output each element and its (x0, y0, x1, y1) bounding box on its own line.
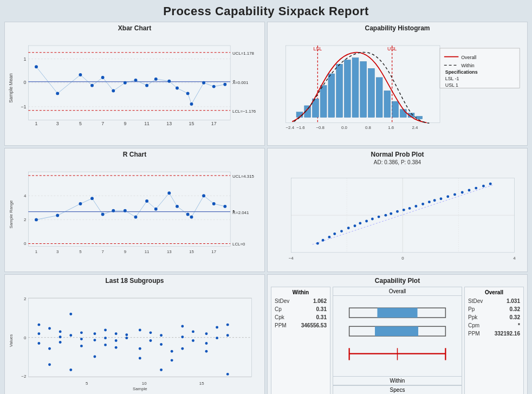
svg-point-178 (80, 338, 83, 340)
capplot-middle: Overall With (333, 287, 462, 394)
svg-point-205 (192, 339, 194, 342)
subgroups-svg: 2 0 −2 Values 5 10 15 Sample (7, 286, 262, 394)
svg-point-128 (354, 224, 356, 227)
histogram-svg: LSL USL (270, 33, 525, 143)
svg-point-208 (205, 350, 208, 353)
svg-text:USL: USL (387, 46, 397, 51)
xbar-svg: 1 0 −1 Sample Mean 1 3 5 7 9 11 13 15 17 (7, 33, 262, 143)
svg-text:0.8: 0.8 (365, 125, 372, 130)
capplot-bars-svg (333, 296, 462, 376)
svg-point-111 (212, 202, 216, 205)
svg-point-124 (328, 236, 330, 238)
svg-point-36 (223, 83, 226, 86)
within-label: Within (333, 376, 462, 385)
svg-point-195 (149, 339, 152, 342)
svg-point-140 (428, 201, 431, 203)
svg-point-97 (56, 214, 59, 217)
svg-text:0.0: 0.0 (341, 125, 348, 130)
svg-point-105 (154, 208, 158, 211)
overall-cpm-row: Cpm * (468, 321, 520, 330)
probplot-subtitle: AD: 0.386, P: 0.384 (270, 159, 525, 165)
svg-point-137 (408, 207, 411, 210)
svg-rect-52 (352, 58, 359, 118)
svg-point-175 (69, 334, 72, 337)
svg-point-31 (176, 87, 179, 90)
subgroups-title: Last 18 Subgroups (7, 277, 262, 285)
svg-point-190 (125, 337, 128, 339)
svg-text:11: 11 (145, 249, 150, 254)
svg-text:0: 0 (401, 256, 404, 261)
svg-text:Within: Within (461, 63, 475, 68)
svg-point-139 (421, 203, 424, 205)
svg-point-169 (48, 347, 51, 350)
svg-text:X̄=0.001: X̄=0.001 (232, 80, 248, 85)
svg-text:−2.4: −2.4 (286, 125, 295, 130)
svg-point-210 (216, 337, 218, 339)
svg-text:15: 15 (189, 121, 194, 126)
svg-point-182 (93, 356, 96, 358)
svg-point-192 (139, 347, 141, 350)
svg-point-198 (160, 369, 163, 371)
probplot-chart-area: −4 0 4 (270, 166, 525, 269)
subgroups-panel: Last 18 Subgroups 2 0 −2 Values 5 10 (4, 274, 265, 394)
svg-point-27 (134, 79, 138, 82)
svg-point-166 (37, 333, 40, 335)
svg-text:Overall: Overall (461, 55, 476, 60)
xbar-chart-panel: Xbar Chart 1 0 (4, 22, 265, 146)
histogram-title: Capability Histogram (270, 24, 525, 32)
svg-point-110 (202, 194, 205, 197)
histogram-chart-area: LSL USL (270, 33, 525, 143)
svg-point-138 (414, 205, 417, 208)
svg-text:−2: −2 (21, 374, 26, 379)
within-cp-row: Cp 0.31 (275, 305, 327, 313)
svg-point-24 (101, 76, 105, 79)
svg-text:Sample Mean: Sample Mean (8, 73, 14, 103)
svg-text:15: 15 (189, 249, 194, 254)
svg-point-181 (93, 339, 96, 341)
svg-point-203 (181, 347, 184, 350)
xbar-chart-area: 1 0 −1 Sample Mean 1 3 5 7 9 11 13 15 17 (7, 33, 262, 143)
svg-text:LCL=0: LCL=0 (232, 242, 245, 247)
svg-point-212 (226, 334, 229, 337)
svg-point-187 (115, 339, 118, 342)
histogram-panel: Capability Histogram LSL USL (267, 22, 528, 146)
overall-ppk-row: Ppk 0.32 (468, 313, 520, 321)
svg-text:−1.6: −1.6 (296, 125, 305, 130)
svg-point-141 (433, 199, 436, 202)
svg-point-103 (134, 216, 138, 219)
svg-text:2.4: 2.4 (412, 125, 418, 130)
svg-point-135 (396, 210, 399, 213)
svg-rect-51 (344, 60, 351, 118)
svg-text:0: 0 (23, 80, 26, 85)
svg-text:Specifications: Specifications (445, 69, 478, 75)
svg-point-32 (186, 92, 190, 95)
svg-rect-58 (400, 109, 406, 118)
svg-point-29 (154, 77, 158, 81)
svg-point-197 (160, 343, 163, 346)
svg-text:5: 5 (79, 121, 82, 126)
svg-point-104 (145, 199, 148, 203)
svg-point-207 (205, 342, 208, 345)
svg-point-136 (403, 209, 405, 211)
svg-text:Sample Range: Sample Range (9, 200, 14, 229)
svg-point-194 (149, 332, 152, 334)
svg-text:4: 4 (513, 256, 516, 261)
svg-point-22 (79, 73, 82, 76)
within-ppm-row: PPM 346556.53 (275, 321, 327, 330)
svg-text:5: 5 (86, 381, 88, 386)
svg-point-188 (115, 346, 118, 349)
overall-stats: Overall StDev 1.031 Pp 0.32 Ppk 0.32 Cp (464, 287, 524, 394)
svg-text:USL     1: USL 1 (445, 82, 458, 88)
svg-point-193 (139, 357, 141, 360)
svg-point-106 (167, 191, 171, 195)
svg-point-143 (446, 195, 449, 198)
svg-text:15: 15 (199, 381, 204, 386)
svg-point-35 (212, 85, 216, 88)
svg-rect-53 (360, 62, 367, 118)
svg-point-149 (489, 183, 492, 185)
svg-text:9: 9 (124, 249, 126, 254)
chart-grid: Xbar Chart 1 0 (4, 22, 528, 394)
svg-text:0: 0 (24, 242, 27, 247)
svg-point-20 (35, 65, 38, 68)
svg-point-26 (124, 81, 127, 85)
